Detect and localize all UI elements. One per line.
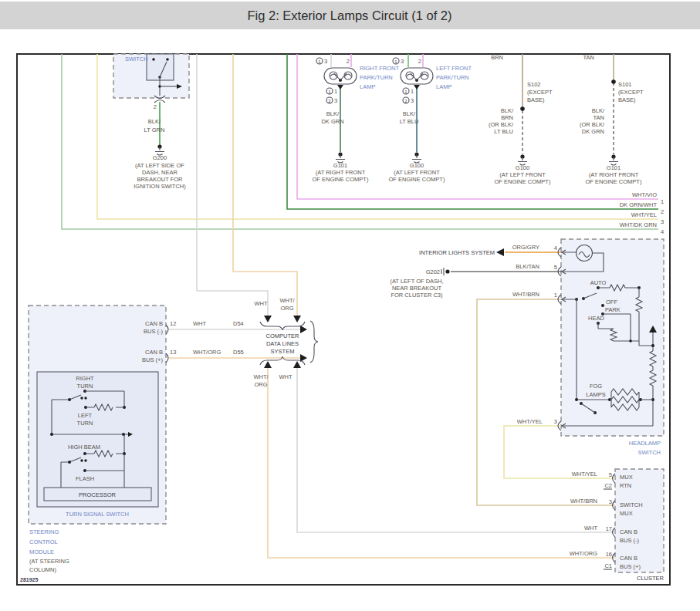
pin-number: 3 [324, 58, 327, 65]
ground-location: NEAR BREAKOUT [392, 285, 442, 292]
pin-number: 2 [347, 58, 350, 65]
port-label: CAN B [620, 555, 637, 562]
pin-number: 2 [418, 58, 421, 65]
pin-number: 16 [606, 551, 612, 558]
bus-number: 3 [661, 218, 664, 225]
wire-label: BLK/TAN [516, 263, 539, 270]
pin-number: 13 [170, 349, 176, 356]
port-label: CAN B [145, 349, 163, 356]
switch-position-auto: AUTO [590, 279, 607, 286]
ground-location: (AT LEFT SIDE OF [135, 162, 184, 169]
pin-number: 5 [609, 471, 612, 478]
switch-position: RIGHT [76, 375, 94, 382]
ground-name: G101 [333, 162, 347, 169]
wire-label: BRN [491, 54, 503, 61]
pin-number: 1 [554, 292, 557, 299]
wire-label: WHT/YEL [572, 471, 597, 478]
splice-dot [611, 79, 616, 84]
switch-name: TURN SIGNAL SWITCH [66, 511, 129, 518]
ignition-pin: 2 [154, 103, 157, 110]
wire-label: ORG [254, 381, 267, 388]
ground-name: G101 [607, 164, 621, 171]
ground-location: IGNITION SWITCH) [134, 183, 186, 190]
lamp-name: PARK/TURN [436, 74, 469, 81]
ground-location: OF ENGINE COMPT) [313, 176, 369, 183]
ground-location: OF ENGINE COMPT) [389, 176, 445, 183]
ground-name: G100 [410, 162, 424, 169]
bus-number: 4 [661, 228, 664, 235]
lamp-name: LAMP [360, 83, 375, 90]
ground-location: DASH, NEAR [142, 169, 178, 176]
wire-label: LT BLU [400, 118, 419, 125]
wire-label: WHT/BRN [570, 498, 597, 505]
splice-note: BASE) [527, 96, 545, 103]
port-label: SWITCH [620, 501, 643, 508]
pin-number: 3 [401, 58, 404, 65]
ground-location: BREAKOUT FOR [137, 176, 183, 183]
port-label: MUX [620, 474, 633, 481]
wire-label: (OR BLK/ [580, 121, 605, 128]
wire-label: BRN [501, 114, 513, 121]
module-name: MODULE [29, 549, 54, 555]
connector-label: C1 [604, 562, 612, 569]
pin-number: 3 [334, 97, 337, 104]
switch-position-off: OFF [606, 299, 617, 306]
splice-note: (EXCEPT [618, 89, 644, 96]
wire-label: BLK/ [501, 107, 514, 114]
wire-label: WHT/ORG [570, 550, 597, 557]
wire-label: ORG [280, 305, 293, 312]
wire-label: WHT [254, 300, 267, 307]
port-label: BUS (-) [620, 537, 640, 544]
ground-location: OF ENGINE COMPT) [495, 178, 551, 185]
port-label: CAN B [145, 320, 163, 327]
figure-number: 281925 [20, 577, 38, 582]
port-label: BUS (-) [144, 328, 164, 335]
pin-number: 1 [334, 88, 337, 95]
wire-label: WHT/YEL [517, 418, 543, 425]
pin-number: 3 [411, 97, 414, 104]
ground-name: G202 [426, 268, 440, 275]
ground-location: (AT LEFT OF DASH, [390, 278, 443, 285]
ground-name: G200 [153, 154, 167, 161]
wire-label: ORG/GRY [512, 244, 539, 251]
switch-position: FLASH [76, 475, 94, 482]
ignition-switch-label: SWITCH [125, 56, 148, 62]
splice-dot [520, 106, 525, 111]
ground-location: OF ENGINE COMPT) [586, 178, 642, 185]
pin-number: 4 [554, 245, 557, 251]
wire-label: (OR BLK/ [489, 121, 514, 128]
splice-note: BASE) [618, 96, 636, 103]
module-name: HEADLAMP [629, 440, 661, 447]
wire-label: WHT [193, 320, 206, 327]
wire-label: BLK/ [326, 110, 340, 117]
switch-position: HIGH BEAM [68, 444, 100, 451]
switch-position: TURN [77, 383, 93, 390]
port-label: BUS (+) [142, 356, 163, 363]
wire-label: LT GRN [144, 127, 165, 133]
title-bar: Fig 2: Exterior Lamps Circuit (1 of 2) [0, 2, 700, 29]
page-title: Fig 2: Exterior Lamps Circuit (1 of 2) [248, 8, 452, 22]
wire-label: WHT/ [279, 297, 295, 304]
lamp-name: LEFT FRONT [436, 65, 472, 72]
port-label: CAN B [620, 528, 637, 535]
pin-number: 5 [554, 264, 557, 271]
turn-signal-switch-box [37, 372, 158, 507]
lamp-name: LAMP [436, 83, 451, 90]
module-name: CONTROL [29, 538, 58, 545]
terminal-label: D55 [233, 349, 244, 356]
ground-location: (AT RIGHT FRONT [589, 171, 639, 178]
wire-label: LT BLU [494, 128, 513, 135]
splice-name: S102 [527, 81, 541, 88]
processor-label: PROCESSOR [79, 491, 117, 498]
splice-name: S101 [618, 81, 632, 88]
bus-number: 2 [661, 208, 664, 215]
wire-label: DK GRN [582, 128, 604, 135]
switch-position: TURN [77, 420, 93, 427]
module-location: COLUMN) [29, 566, 57, 573]
wiring-diagram: Fig 2: Exterior Lamps Circuit (1 of 2) [0, 0, 700, 611]
splice-note: (EXCEPT [527, 89, 553, 96]
switch-position-park: PARK [605, 306, 621, 313]
wire-label: WHT/DK GRN [620, 221, 657, 228]
terminal-label: D54 [233, 320, 244, 327]
module-location: (AT STEERING [29, 558, 69, 565]
